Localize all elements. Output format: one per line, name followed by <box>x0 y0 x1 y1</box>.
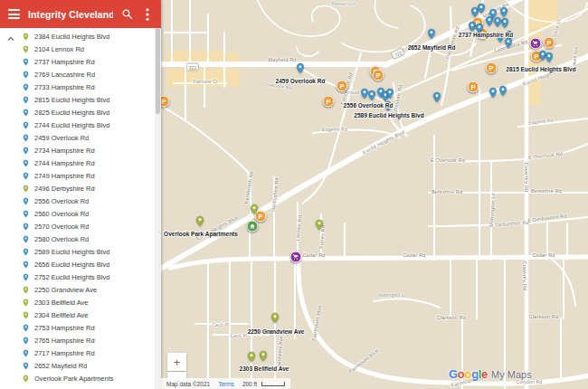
place-label: 2765 Hampshire Rd <box>34 337 95 345</box>
place-list-item[interactable]: 2459 Overlook Rd <box>0 131 155 144</box>
map-pin-icon[interactable] <box>194 215 206 227</box>
place-label: 2652 Mayfield Rd <box>34 362 87 370</box>
scale-text: 200 ft <box>242 381 257 387</box>
place-pin-icon <box>22 286 30 294</box>
map-pin-icon[interactable] <box>503 37 515 49</box>
google-my-maps-logo[interactable]: Google My Maps <box>449 365 532 382</box>
place-label: 2717 Hampshire Rd <box>34 349 95 357</box>
map-pin-icon[interactable] <box>432 91 443 103</box>
place-list-item[interactable]: 2384 Euclid Heights Blvd <box>0 30 155 43</box>
place-list-item[interactable]: 2744 Hampshire Rd <box>0 157 155 169</box>
place-label: 2752 Euclid Heights Blvd <box>34 273 109 281</box>
place-list-item[interactable]: 2825 Euclid Heights Blvd <box>0 106 155 119</box>
map-pin-icon[interactable] <box>384 88 396 100</box>
place-list-item[interactable]: 2303 Bellfield Ave <box>0 296 155 308</box>
place-list-item[interactable]: 2733 Hampshire Rd <box>0 81 155 93</box>
place-pin-icon <box>22 121 30 129</box>
map-pin-icon[interactable] <box>383 100 394 112</box>
place-pin-icon <box>22 71 30 79</box>
parking-glyph: P <box>326 98 330 105</box>
google-logo-letter: o <box>464 367 471 381</box>
map-attribution: Map data ©2021 Terms 200 ft <box>161 378 290 389</box>
place-list-item[interactable]: 2744 Euclid Heights Blvd <box>0 119 155 131</box>
place-list-item[interactable]: 2652 Mayfield Rd <box>0 359 155 372</box>
map-pin-icon[interactable] <box>499 17 511 29</box>
place-list-item[interactable]: 2556 Overlook Rd <box>0 194 155 207</box>
parking-icon[interactable]: P <box>486 62 498 74</box>
parking-icon[interactable]: P <box>544 37 555 49</box>
place-pin-icon <box>22 96 30 104</box>
place-pin-icon <box>22 33 30 41</box>
place-list-item[interactable]: 2656 Euclid Heights Blvd <box>0 258 155 270</box>
sidebar-header: Integrity Cleveland Heig... <box>0 0 161 28</box>
more-options-icon[interactable] <box>140 7 155 22</box>
place-list-item[interactable]: 2250 Grandview Ave <box>0 283 155 296</box>
place-label: 2556 Overlook Rd <box>34 197 89 205</box>
terms-link[interactable]: Terms <box>218 381 234 387</box>
scrollbar-thumb[interactable] <box>156 28 160 114</box>
place-label: 2744 Hampshire Rd <box>34 159 95 167</box>
place-list-item[interactable]: 2570 Overlook Rd <box>0 220 155 232</box>
place-pin-icon <box>22 109 30 117</box>
place-list-item[interactable]: 2589 Euclid Heights Blvd <box>0 245 155 258</box>
place-pin-icon <box>22 185 30 193</box>
place-list-item[interactable]: 2717 Hampshire Rd <box>0 346 155 359</box>
map-pin-icon[interactable] <box>295 62 307 74</box>
my-maps-label: My Maps <box>491 369 532 380</box>
place-label: 2734 Hampshire Rd <box>34 147 95 155</box>
place-list-item[interactable]: 2560 Overlook Rd <box>0 207 155 220</box>
map-pin-icon[interactable] <box>258 350 270 362</box>
place-list-item[interactable]: 2580 Overlook Rd <box>0 232 155 245</box>
shopping-cart-icon[interactable] <box>530 38 542 50</box>
search-icon[interactable] <box>119 7 134 22</box>
map-pin-icon[interactable] <box>544 52 555 63</box>
map-pin-icon[interactable] <box>474 23 486 34</box>
map-pin-icon[interactable] <box>249 204 261 215</box>
place-pin-icon <box>22 197 30 205</box>
map-data-copyright: Map data ©2021 <box>166 381 210 387</box>
shopping-cart-icon[interactable] <box>290 251 302 263</box>
place-list-item[interactable]: 2734 Hampshire Rd <box>0 144 155 157</box>
map-canvas[interactable]: Mayfield RdMayfield RdFairview CtOverloo… <box>161 0 588 389</box>
place-label: 2737 Hampshire Rd <box>34 58 95 66</box>
place-label: 2303 Bellfield Ave <box>34 299 89 307</box>
place-list-item[interactable]: 2753 Hampshire Rd <box>0 321 155 334</box>
place-list-item[interactable]: Overlook Park Apartments <box>0 372 155 384</box>
parking-icon[interactable]: P <box>337 81 348 92</box>
place-list-item[interactable]: 2765 Hampshire Rd <box>0 334 155 346</box>
place-list-item[interactable]: 2769 Lancashire Rd <box>0 68 155 81</box>
zoom-in-button[interactable]: + <box>167 353 186 371</box>
road-network <box>161 0 588 389</box>
map-pin-icon[interactable] <box>426 28 438 40</box>
map-pin-icon[interactable] <box>246 351 258 363</box>
place-label: 2560 Overlook Rd <box>34 210 89 218</box>
map-pin-icon[interactable] <box>498 85 509 97</box>
place-list-item[interactable]: 2496 Derbyshire Rd <box>0 182 155 194</box>
place-pin-icon <box>22 337 30 345</box>
place-label: 2250 Grandview Ave <box>34 286 97 294</box>
place-pin-icon <box>22 235 30 243</box>
place-list-item[interactable]: 2304 Bellfield Ave <box>0 308 155 321</box>
place-list-item[interactable]: 2815 Euclid Heights Blvd <box>0 93 155 106</box>
place-pin-icon <box>22 58 30 66</box>
place-list-item[interactable]: 2737 Hampshire Rd <box>0 55 155 68</box>
map-pin-icon[interactable] <box>314 219 326 231</box>
place-pin-icon <box>22 83 30 91</box>
place-list: 2384 Euclid Heights Blvd 2104 Lennox Rd … <box>0 30 155 384</box>
place-pin-icon <box>22 349 30 357</box>
parking-icon[interactable]: P <box>468 81 479 93</box>
map-pin-icon[interactable] <box>270 312 281 324</box>
place-label: 2384 Euclid Heights Blvd <box>34 33 109 41</box>
menu-icon[interactable] <box>6 7 22 21</box>
place-pin-icon <box>22 147 30 155</box>
place-list-item[interactable]: 2752 Euclid Heights Blvd <box>0 270 155 283</box>
parking-icon[interactable]: P <box>373 70 384 81</box>
home-icon[interactable] <box>247 221 259 232</box>
map-pin-icon[interactable] <box>476 3 488 14</box>
sidebar-scrollbar[interactable] <box>155 28 161 389</box>
place-pin-icon <box>22 311 30 319</box>
parking-icon[interactable]: P <box>323 96 335 108</box>
place-list-item[interactable]: 2104 Lennox Rd <box>0 43 155 55</box>
place-list-item[interactable]: 2749 Hampshire Rd <box>0 169 155 182</box>
map-title: Integrity Cleveland Heig... <box>28 9 113 20</box>
